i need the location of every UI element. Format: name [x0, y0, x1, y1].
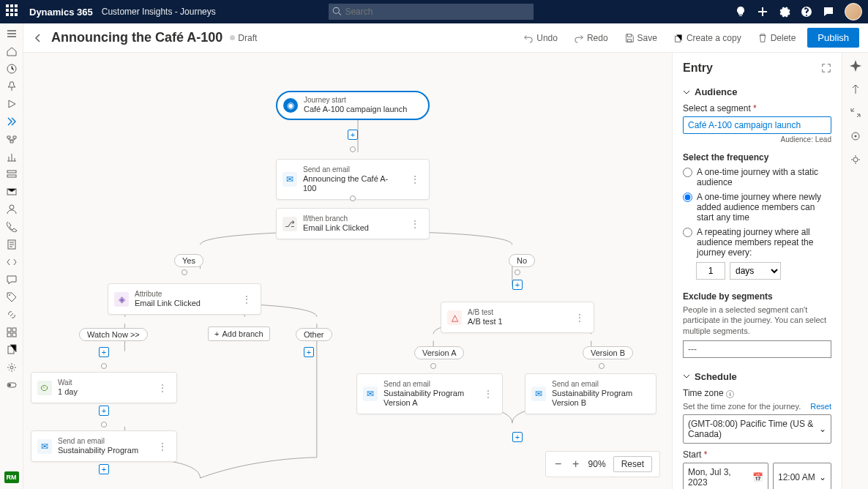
- timezone-label: Time zone i: [683, 388, 831, 398]
- form-icon[interactable]: [6, 239, 18, 250]
- add-branch-button[interactable]: +Add branch: [208, 326, 270, 341]
- zoom-out-icon[interactable]: −: [553, 458, 564, 471]
- email-node-1[interactable]: ✉ Send an emailAnnouncing the Café A-100…: [276, 159, 430, 200]
- link-icon[interactable]: [6, 309, 18, 321]
- exclude-desc: People in a selected segment can't parti…: [683, 305, 831, 336]
- rail-gear-icon[interactable]: [850, 154, 861, 165]
- watch-now-pill[interactable]: Watch Now >>: [79, 328, 148, 341]
- start-date-input[interactable]: Mon, Jul 3, 2023📅: [683, 463, 768, 489]
- freq-option-3[interactable]: A repeating journey where all audience m…: [683, 227, 831, 258]
- copilot-icon[interactable]: [850, 60, 861, 72]
- flow-icon[interactable]: [6, 133, 18, 145]
- add-step-icon[interactable]: +: [512, 280, 523, 290]
- help-icon[interactable]: [801, 6, 812, 18]
- schedule-section[interactable]: Schedule: [683, 371, 831, 382]
- create-copy-button[interactable]: Create a copy: [669, 30, 746, 46]
- chat-icon[interactable]: [823, 6, 834, 18]
- save-button[interactable]: Save: [620, 30, 662, 46]
- freq-option-1[interactable]: A one-time journey with a static audienc…: [683, 167, 831, 187]
- timezone-select[interactable]: (GMT-08:00) Pacific Time (US & Canada)⌄: [683, 414, 831, 444]
- tag-icon[interactable]: [6, 291, 18, 303]
- journey-canvas[interactable]: ◉ Journey startCafé A-100 campaign launc…: [23, 53, 672, 489]
- hamburger-icon[interactable]: [6, 28, 18, 40]
- gear-icon[interactable]: [779, 6, 790, 18]
- email-node-vb[interactable]: ✉ Send an emailSustainability Program Ve…: [525, 373, 656, 414]
- collapse-icon[interactable]: [850, 83, 861, 95]
- version-b-pill[interactable]: Version B: [583, 346, 633, 359]
- play-icon[interactable]: [6, 98, 18, 110]
- ab-test-node[interactable]: △ A/B testA/B test 1 ⋮: [441, 302, 594, 333]
- wait-node[interactable]: ⏲ Wait1 day ⋮: [31, 372, 177, 403]
- mail-icon: ✉: [37, 439, 52, 454]
- breadcrumb[interactable]: Customer Insights - Journeys: [102, 7, 216, 17]
- repeat-number-input[interactable]: [696, 262, 725, 280]
- avatar[interactable]: [845, 3, 862, 20]
- contact-icon[interactable]: [6, 204, 18, 215]
- journey-start-node[interactable]: ◉ Journey startCafé A-100 campaign launc…: [276, 91, 430, 120]
- more-icon[interactable]: ⋮: [239, 294, 255, 305]
- expand-icon[interactable]: [850, 107, 861, 119]
- more-icon[interactable]: ⋮: [407, 218, 423, 230]
- clock-icon[interactable]: [6, 63, 18, 75]
- version-a-pill[interactable]: Version A: [414, 346, 464, 359]
- timezone-reset[interactable]: Reset: [810, 402, 831, 411]
- message-icon[interactable]: [6, 274, 18, 285]
- app-launcher-icon[interactable]: [6, 4, 20, 19]
- target-icon[interactable]: [850, 130, 861, 142]
- undo-button[interactable]: Undo: [519, 30, 562, 46]
- email-node-2[interactable]: ✉ Send an emailSustainability Program ⋮: [31, 430, 177, 462]
- more-icon[interactable]: ⋮: [572, 312, 588, 324]
- add-step-icon[interactable]: +: [304, 347, 314, 357]
- segment-input[interactable]: [683, 116, 831, 134]
- more-icon[interactable]: ⋮: [407, 173, 423, 185]
- grid-icon[interactable]: [6, 326, 18, 338]
- copy-icon[interactable]: [6, 344, 18, 356]
- back-icon[interactable]: [32, 32, 44, 44]
- plus-icon[interactable]: [757, 6, 768, 18]
- frequency-label: Select the frequency: [683, 152, 831, 163]
- repeat-unit-select[interactable]: days: [730, 262, 781, 280]
- audience-section[interactable]: Audience: [683, 86, 831, 97]
- code-icon[interactable]: [6, 256, 18, 268]
- top-bar: Dynamics 365 Customer Insights - Journey…: [0, 0, 868, 23]
- home-icon[interactable]: [6, 45, 18, 57]
- toggle-icon[interactable]: [6, 379, 18, 391]
- fullscreen-icon[interactable]: [821, 63, 831, 73]
- attribute-node[interactable]: ◈ AttributeEmail Link Clicked ⋮: [108, 283, 261, 315]
- redo-button[interactable]: Redo: [569, 30, 613, 46]
- segment-icon[interactable]: [6, 168, 18, 180]
- email-node-va[interactable]: ✉ Send an emailSustainability Program Ve…: [356, 373, 503, 414]
- branch-node[interactable]: ⎇ If/then branchEmail Link Clicked ⋮: [276, 208, 430, 239]
- more-icon[interactable]: ⋮: [154, 382, 171, 394]
- mail-icon[interactable]: [6, 186, 18, 198]
- chart-icon[interactable]: [6, 151, 18, 163]
- yes-pill[interactable]: Yes: [174, 254, 203, 267]
- journey-icon[interactable]: [6, 116, 18, 127]
- pin-icon[interactable]: [6, 81, 18, 92]
- exclude-input[interactable]: ---: [683, 340, 831, 358]
- other-pill[interactable]: Other: [296, 328, 332, 341]
- search-box[interactable]: [329, 4, 534, 20]
- add-step-icon[interactable]: +: [99, 406, 109, 416]
- search-input[interactable]: [329, 4, 534, 20]
- more-icon[interactable]: ⋮: [480, 388, 496, 400]
- lightbulb-icon[interactable]: [735, 6, 747, 18]
- add-step-icon[interactable]: +: [99, 464, 109, 474]
- zoom-in-icon[interactable]: +: [571, 458, 581, 471]
- more-icon[interactable]: ⋮: [154, 441, 171, 452]
- rm-badge[interactable]: RM: [4, 471, 19, 483]
- publish-button[interactable]: Publish: [807, 28, 859, 48]
- add-step-icon[interactable]: +: [99, 347, 109, 357]
- start-time-input[interactable]: 12:00 AM⌄: [773, 463, 831, 489]
- mail-icon: ✉: [363, 387, 378, 401]
- add-step-icon[interactable]: +: [348, 130, 358, 140]
- phone-icon[interactable]: [6, 221, 18, 233]
- settings-icon[interactable]: [6, 362, 18, 373]
- zoom-reset-button[interactable]: Reset: [613, 456, 652, 472]
- mail-icon: ✉: [531, 387, 546, 401]
- freq-option-2[interactable]: A one-time journey where newly added aud…: [683, 192, 831, 223]
- delete-button[interactable]: Delete: [753, 30, 801, 46]
- no-pill[interactable]: No: [509, 254, 535, 267]
- info-icon[interactable]: i: [726, 390, 734, 398]
- add-step-icon[interactable]: +: [512, 432, 523, 442]
